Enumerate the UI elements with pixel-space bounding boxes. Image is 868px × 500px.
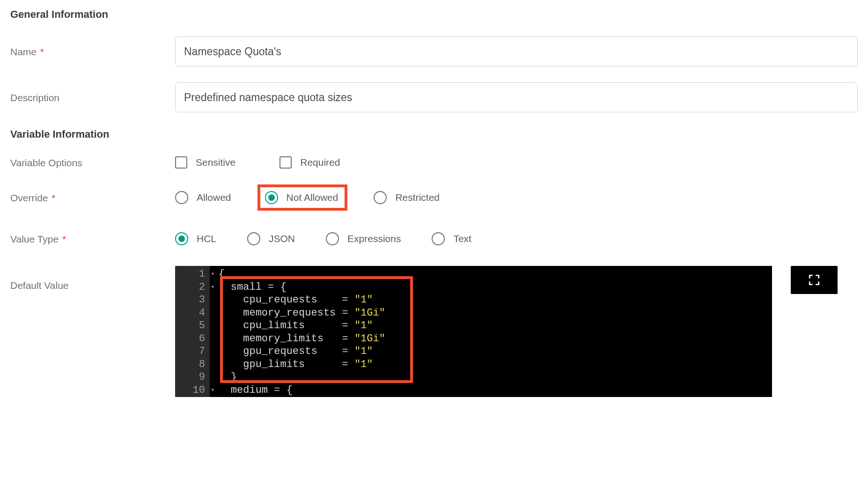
required-asterisk: * xyxy=(49,192,56,203)
checkbox-required-label: Required xyxy=(300,157,340,168)
highlight-not-allowed: Not Allowed xyxy=(257,184,348,211)
line-number: 4 xyxy=(182,307,205,320)
checkbox-icon xyxy=(280,156,292,169)
code-line: gpu_requests = "1" xyxy=(218,345,772,358)
label-default-value: Default Value xyxy=(10,266,175,291)
radio-override-not-allowed[interactable]: Not Allowed xyxy=(265,191,338,204)
radio-override-restricted[interactable]: Restricted xyxy=(374,191,440,204)
code-line: cpu_requests = "2" xyxy=(218,397,772,397)
code-line: gpu_limits = "1" xyxy=(218,358,772,371)
code-line: small = { xyxy=(218,281,772,294)
radio-icon xyxy=(326,232,339,245)
fold-spacer xyxy=(211,332,214,346)
fold-spacer xyxy=(211,345,214,358)
fold-spacer xyxy=(211,307,214,320)
line-number: 8 xyxy=(182,358,205,371)
radio-icon xyxy=(432,232,445,245)
code-line: cpu_requests = "1" xyxy=(218,294,772,307)
radio-icon xyxy=(247,232,260,245)
radio-value-type-expressions[interactable]: Expressions xyxy=(326,232,401,245)
section-general-header: General Information xyxy=(10,8,858,21)
radio-label: HCL xyxy=(197,233,216,244)
line-number: 2 xyxy=(182,281,205,294)
checkbox-required[interactable]: Required xyxy=(280,156,340,169)
fold-marker-icon[interactable]: ▾ xyxy=(211,268,214,281)
label-value-type: Value Type * xyxy=(10,233,175,245)
fold-spacer xyxy=(211,319,214,332)
name-input[interactable] xyxy=(175,37,858,66)
description-input[interactable] xyxy=(175,82,858,112)
label-variable-options: Variable Options xyxy=(10,156,175,169)
radio-icon xyxy=(265,191,278,204)
line-number: 9 xyxy=(182,371,205,384)
line-number: 7 xyxy=(182,345,205,358)
code-line: } xyxy=(218,371,772,384)
radio-icon xyxy=(175,232,188,245)
code-line: medium = { xyxy=(218,384,772,397)
line-number: 11 xyxy=(182,397,205,397)
checkbox-sensitive[interactable]: Sensitive xyxy=(175,156,235,169)
editor-gutter: 1234567891011 xyxy=(175,266,210,397)
fold-spacer xyxy=(211,294,214,307)
code-line: memory_requests = "1Gi" xyxy=(218,307,772,320)
expand-icon xyxy=(808,274,820,286)
required-asterisk: * xyxy=(37,46,44,57)
fold-spacer xyxy=(211,371,214,384)
code-line: memory_limits = "1Gi" xyxy=(218,332,772,346)
radio-label: Expressions xyxy=(347,233,401,244)
radio-value-type-json[interactable]: JSON xyxy=(247,232,295,245)
radio-label: Text xyxy=(453,233,471,244)
label-override: Override * xyxy=(10,191,175,204)
radio-label: JSON xyxy=(269,233,295,244)
checkbox-sensitive-label: Sensitive xyxy=(196,157,235,168)
radio-value-type-hcl[interactable]: HCL xyxy=(175,232,216,245)
expand-editor-button[interactable] xyxy=(791,266,838,294)
editor-fold-column: ▾▾▾ xyxy=(210,266,217,397)
code-editor[interactable]: 1234567891011 ▾▾▾ { small = { cpu_reques… xyxy=(175,266,772,397)
line-number: 6 xyxy=(182,332,205,346)
fold-marker-icon[interactable]: ▾ xyxy=(211,281,214,294)
section-variable-header: Variable Information xyxy=(10,128,858,140)
fold-marker-icon[interactable]: ▾ xyxy=(211,384,214,397)
line-number: 5 xyxy=(182,319,205,332)
line-number: 3 xyxy=(182,294,205,307)
radio-value-type-text[interactable]: Text xyxy=(432,232,471,245)
radio-icon xyxy=(374,191,387,204)
radio-override-allowed[interactable]: Allowed xyxy=(175,191,231,204)
fold-spacer xyxy=(211,358,214,371)
fold-spacer xyxy=(211,397,214,397)
checkbox-icon xyxy=(175,156,187,169)
line-number: 1 xyxy=(182,268,205,281)
line-number: 10 xyxy=(182,384,205,397)
code-line: cpu_limits = "1" xyxy=(218,319,772,332)
radio-label: Not Allowed xyxy=(287,192,338,203)
label-name: Name * xyxy=(10,45,175,58)
required-asterisk: * xyxy=(59,234,66,244)
code-line: { xyxy=(218,268,772,281)
radio-icon xyxy=(175,191,188,204)
editor-code-area[interactable]: { small = { cpu_requests = "1" memory_re… xyxy=(217,266,772,397)
radio-label: Restricted xyxy=(395,192,440,203)
label-description: Description xyxy=(10,91,175,103)
editor-scrollbar[interactable] xyxy=(736,266,772,397)
radio-label: Allowed xyxy=(197,192,231,203)
